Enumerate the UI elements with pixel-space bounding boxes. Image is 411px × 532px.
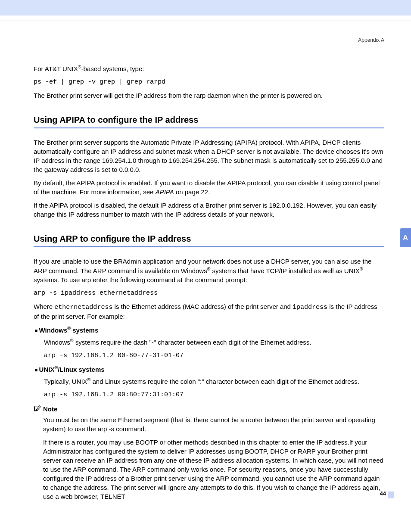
text: is the Ethernet address (MAC address) of… [112,303,293,310]
text: systems that have TCP/IP installed as we… [210,267,359,274]
page-number: 44 [380,490,386,498]
bullet-unix: UNIX®/Linux systems Typically, UNIX® and… [34,364,384,399]
text: on page 22. [174,188,210,196]
text: systems [71,327,98,334]
text: Windows [44,339,70,346]
bullet-body-unix: Typically, UNIX® and Linux systems requi… [44,376,384,399]
note-body: You must be on the same Ethernet segment… [43,415,384,501]
note-icon [34,405,41,412]
note-block: Note You must be on the same Ethernet se… [34,404,384,501]
command-arp-syntax: arp -s ipaddress ethernetaddress [34,289,384,298]
page-number-bar [388,492,394,498]
registered-symbol: ® [78,64,81,69]
registered-symbol: ® [360,266,363,271]
bullet-body-windows: Windows® systems require the dash "-" ch… [44,337,384,360]
note-p1: You must be on the same Ethernet segment… [43,415,384,433]
text: /Linux systems [58,366,104,373]
arp-p2: Where ethernetaddress is the Ethernet ad… [34,302,384,321]
text: UNIX [39,366,55,373]
appendix-label: Appendix A [0,37,411,44]
bullet-heading-unix: UNIX®/Linux systems [34,364,384,374]
command-arp-unix: arp -s 192.168.1.2 00:80:77:31:01:07 [44,390,384,399]
appendix-side-tab: A [400,228,411,247]
code-ipaddress: ipaddress [293,304,327,311]
registered-symbol: ® [67,326,71,331]
text: Windows [39,327,68,334]
intro-line-1: For AT&T UNIX®-based systems, type: [34,64,384,73]
apipa-p1: The Brother print server supports the Au… [34,138,384,174]
heading-underline [34,246,384,247]
text: -based systems, type: [81,65,144,72]
cross-reference-apipa[interactable]: APIPA [156,188,174,196]
heading-underline [34,128,384,128]
note-line [61,409,384,409]
note-p2: If there is a router, you may use BOOTP … [43,438,384,501]
command-arp-windows: arp -s 192.168.1.2 00-80-77-31-01-07 [44,351,384,360]
unix-desc: Typically, UNIX® and Linux systems requi… [44,376,384,386]
text: systems. To use arp enter the following … [34,276,247,283]
intro-line-2: The Brother print server will get the IP… [34,91,384,100]
section-heading-apipa: Using APIPA to configure the IP address [34,114,384,126]
bullet-heading-windows: Windows® systems [34,325,384,335]
apipa-p3: If the APIPA protocol is disabled, the d… [34,201,384,219]
text: systems require the dash "-" character b… [74,339,311,346]
section-heading-arp: Using ARP to configure the IP address [34,233,384,245]
registered-symbol: ® [70,338,74,343]
arp-p1: If you are unable to use the BRAdmin app… [34,257,384,284]
text: Where [34,303,54,310]
divider [0,21,411,21]
windows-desc: Windows® systems require the dash "-" ch… [44,337,384,347]
page-content: For AT&T UNIX®-based systems, type: ps -… [0,64,411,501]
note-label: Note [43,404,57,414]
apipa-p2: By default, the APIPA protocol is enable… [34,178,384,196]
text: For AT&T UNIX [34,65,78,72]
note-header: Note [34,404,384,414]
command-ps-ef: ps -ef | grep -v grep | grep rarpd [34,78,384,87]
bullet-windows: Windows® systems Windows® systems requir… [34,325,384,360]
text: and Linux systems require the colon ":" … [90,378,359,385]
code-ethernetaddress: ethernetaddress [54,304,112,311]
top-bar [0,0,411,16]
text: Typically, UNIX [44,378,87,385]
